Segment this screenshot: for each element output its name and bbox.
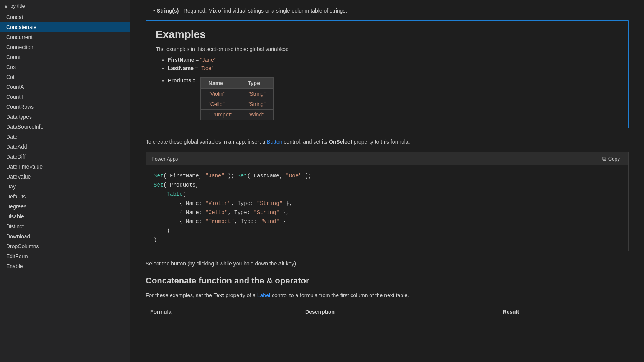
copy-icon: ⧉ <box>602 156 606 162</box>
sidebar: er by title ConcatConcatenateConcurrentC… <box>0 0 130 362</box>
examples-heading: Examples <box>156 28 619 41</box>
sidebar-item-datetimevalue[interactable]: DateTimeValue <box>0 162 130 172</box>
table-row: "Cello" "String" <box>200 99 273 110</box>
button-intro-text: To create these global variables in an a… <box>146 138 629 146</box>
sidebar-item-download[interactable]: Download <box>0 231 130 241</box>
sidebar-item-day[interactable]: Day <box>0 182 130 192</box>
sidebar-item-enable[interactable]: Enable <box>0 261 130 271</box>
code-block-header: Power Apps ⧉ Copy <box>146 152 628 165</box>
col-name: Name <box>200 78 240 89</box>
sidebar-item-datediff[interactable]: DateDiff <box>0 152 130 162</box>
code-content: Set( FirstName, "Jane" ); Set( LastName,… <box>146 165 628 251</box>
sidebar-item-datatypes[interactable]: Data types <box>0 112 130 122</box>
table-row: "Violin" "String" <box>200 89 273 99</box>
cell-violin-type: "String" <box>240 89 274 99</box>
products-table-body: "Violin" "String" "Cello" "String" "Trum… <box>200 89 273 120</box>
cell-cello-name: "Cello" <box>200 99 240 110</box>
bottom-table: Formula Description Result <box>146 306 629 318</box>
products-item: Products = <box>168 77 196 84</box>
col-description: Description <box>301 306 498 318</box>
products-list: Products = <box>156 77 196 86</box>
products-row: Products = Name Type "Violin" <box>156 77 619 120</box>
copy-label: Copy <box>608 156 620 162</box>
sidebar-item-editform[interactable]: EditForm <box>0 251 130 261</box>
col-type: Type <box>240 78 274 89</box>
sidebar-item-count[interactable]: Count <box>0 52 130 62</box>
variables-list: FirstName = "Jane" LastName = "Doe" <box>156 57 619 71</box>
table-row: "Trumpet" "Wind" <box>200 110 273 120</box>
col-formula: Formula <box>146 306 301 318</box>
copy-button[interactable]: ⧉ Copy <box>599 155 623 163</box>
sidebar-item-datevalue[interactable]: DateValue <box>0 172 130 182</box>
sidebar-item-connection[interactable]: Connection <box>0 42 130 52</box>
bottom-table-head: Formula Description Result <box>146 306 629 318</box>
products-table: Name Type "Violin" "String" "Cello" "Str… <box>200 77 274 120</box>
sidebar-item-concatenate[interactable]: Concatenate <box>0 22 130 32</box>
sidebar-item-datasourceinfo[interactable]: DataSourceInfo <box>0 122 130 132</box>
cell-trumpet-name: "Trumpet" <box>200 110 240 120</box>
code-block-container: Power Apps ⧉ Copy Set( FirstName, "Jane"… <box>146 152 629 251</box>
sidebar-item-date[interactable]: Date <box>0 132 130 142</box>
sidebar-item-countrows[interactable]: CountRows <box>0 102 130 112</box>
concat-section-heading: Concatenate function and the & operator <box>146 276 629 286</box>
sidebar-header-text: er by title <box>5 3 25 9</box>
sidebar-item-degrees[interactable]: Degrees <box>0 201 130 211</box>
examples-box: Examples The examples in this section us… <box>146 20 629 128</box>
select-text: Select the button (by clicking it while … <box>146 260 629 267</box>
sidebar-item-cot[interactable]: Cot <box>0 72 130 82</box>
products-table-wrapper: Name Type "Violin" "String" "Cello" "Str… <box>200 77 274 120</box>
products-table-head: Name Type <box>200 78 273 89</box>
examples-intro: The examples in this section use these g… <box>156 46 619 52</box>
cell-violin-name: "Violin" <box>200 89 240 99</box>
sidebar-item-dateadd[interactable]: DateAdd <box>0 142 130 152</box>
sidebar-item-cos[interactable]: Cos <box>0 62 130 72</box>
sidebar-item-dropcolumns[interactable]: DropColumns <box>0 241 130 251</box>
sidebar-item-counta[interactable]: CountA <box>0 82 130 92</box>
products-table-header-row: Name Type <box>200 78 273 89</box>
sidebar-item-defaults[interactable]: Defaults <box>0 192 130 201</box>
label-link[interactable]: Label <box>257 292 270 298</box>
cell-trumpet-type: "Wind" <box>240 110 274 120</box>
variable-lastname: LastName = "Doe" <box>168 65 619 71</box>
variable-firstname: FirstName = "Jane" <box>168 57 619 63</box>
col-result: Result <box>498 306 629 318</box>
bottom-table-header-row: Formula Description Result <box>146 306 629 318</box>
top-bullet-text: String(s) - Required. Mix of individual … <box>157 8 347 14</box>
cell-cello-type: "String" <box>240 99 274 110</box>
sidebar-item-countif[interactable]: CountIf <box>0 92 130 102</box>
sidebar-list[interactable]: ConcatConcatenateConcurrentConnectionCou… <box>0 12 130 362</box>
code-block-label: Power Apps <box>151 156 178 162</box>
sidebar-item-concurrent[interactable]: Concurrent <box>0 32 130 42</box>
main-content: String(s) - Required. Mix of individual … <box>130 0 644 362</box>
sidebar-header: er by title <box>0 0 130 12</box>
concat-intro: For these examples, set the Text propert… <box>146 291 629 300</box>
sidebar-item-distinct[interactable]: Distinct <box>0 221 130 231</box>
sidebar-item-concat[interactable]: Concat <box>0 12 130 22</box>
sidebar-item-disable[interactable]: Disable <box>0 211 130 221</box>
top-bullet: String(s) - Required. Mix of individual … <box>146 8 629 14</box>
button-link[interactable]: Button <box>267 139 282 145</box>
